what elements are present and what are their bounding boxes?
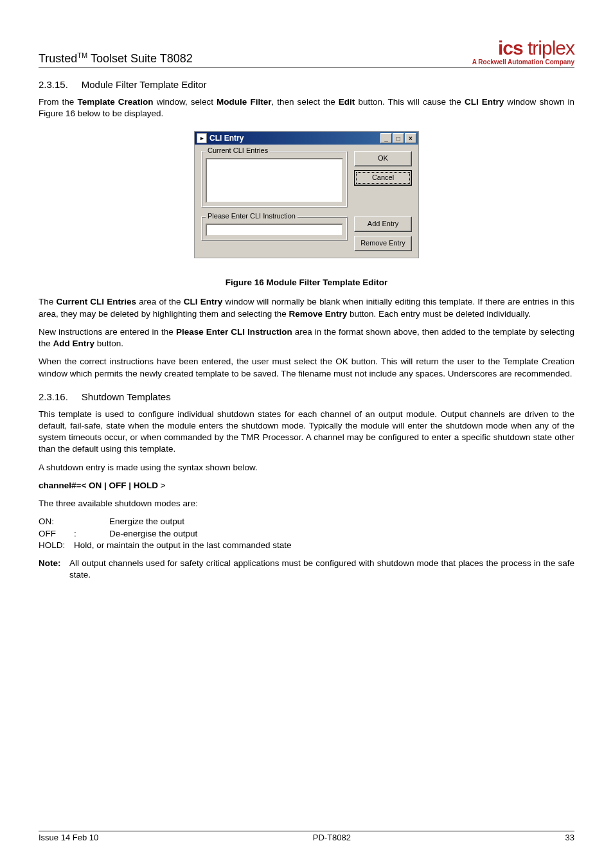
figure-cli-entry-dialog: ▸ CLI Entry _ □ × Current CLI Entries OK (39, 131, 574, 258)
footer-page-number: 33 (565, 833, 574, 842)
dialog-titlebar: ▸ CLI Entry _ □ × (195, 132, 418, 145)
note-label: Note: (39, 558, 69, 581)
maximize-button[interactable]: □ (393, 133, 404, 143)
mode-off-label: OFF (39, 528, 74, 540)
mode-hold-desc: Hold, or maintain the output in the last… (74, 540, 291, 551)
mode-on-label: ON: (39, 516, 74, 527)
doc-title-prefix: Trusted (39, 52, 77, 65)
figure-caption: Figure 16 Module Filter Template Editor (39, 278, 574, 287)
section-title: Shutdown Templates (82, 391, 171, 402)
logo-subtitle: A Rockwell Automation Company (472, 59, 574, 66)
paragraph: The Current CLI Entries area of the CLI … (39, 296, 574, 319)
doc-title-suffix: Toolset Suite T8082 (87, 52, 192, 65)
paragraph: New instructions are entered in the Plea… (39, 326, 574, 350)
enter-cli-instruction-group: Please Enter CLI Instruction (201, 217, 348, 241)
doc-title: TrustedTM Toolset Suite T8082 (39, 51, 193, 66)
minimize-button[interactable]: _ (380, 133, 392, 143)
paragraph: The three available shutdown modes are: (39, 498, 574, 509)
note-body: All output channels used for safety crit… (69, 558, 574, 581)
section-heading-module-filter: 2.3.15. Module Filter Template Editor (39, 79, 574, 90)
doc-title-tm: TM (77, 51, 87, 59)
mode-off-desc: De-energise the output (109, 528, 197, 540)
paragraph: From the Template Creation window, selec… (39, 96, 574, 120)
section-title: Module Filter Template Editor (82, 79, 207, 90)
logo-bold: ics (498, 37, 523, 58)
mode-hold-label: HOLD: (39, 540, 74, 551)
group-label: Please Enter CLI Instruction (206, 212, 298, 220)
footer-issue: Issue 14 Feb 10 (39, 833, 98, 842)
brand-logo: ics triplex A Rockwell Automation Compan… (472, 39, 574, 66)
cli-instruction-input[interactable] (206, 224, 343, 236)
cli-entries-listbox[interactable] (206, 158, 343, 203)
add-entry-button[interactable]: Add Entry (354, 217, 412, 232)
section-heading-shutdown-templates: 2.3.16. Shutdown Templates (39, 391, 574, 402)
page-footer: Issue 14 Feb 10 PD-T8082 33 (39, 831, 574, 842)
ok-button[interactable]: OK (354, 151, 412, 166)
syntax-line: channel#=< ON | OFF | HOLD > (39, 480, 574, 492)
logo-thin: triplex (523, 37, 574, 58)
section-num: 2.3.16. (39, 391, 68, 402)
mode-off-colon: : (74, 528, 109, 540)
mode-on-desc: Energize the output (109, 516, 184, 527)
current-cli-entries-group: Current CLI Entries (201, 151, 348, 208)
paragraph: When the correct instructions have been … (39, 356, 574, 379)
group-label: Current CLI Entries (206, 146, 270, 154)
page-header: TrustedTM Toolset Suite T8082 ics triple… (39, 39, 574, 67)
footer-docid: PD-T8082 (313, 833, 351, 842)
section-num: 2.3.15. (39, 79, 68, 90)
cli-entry-dialog: ▸ CLI Entry _ □ × Current CLI Entries OK (194, 131, 419, 258)
paragraph: A shutdown entry is made using the synta… (39, 462, 574, 474)
app-icon: ▸ (197, 133, 207, 143)
remove-entry-button[interactable]: Remove Entry (354, 236, 412, 251)
close-button[interactable]: × (405, 133, 416, 143)
paragraph: This template is used to configure indiv… (39, 409, 574, 456)
cancel-button[interactable]: Cancel (354, 170, 412, 186)
note: Note: All output channels used for safet… (39, 558, 574, 581)
dialog-title: CLI Entry (209, 134, 244, 143)
shutdown-modes-list: ON: Energize the output OFF : De-energis… (39, 516, 574, 551)
